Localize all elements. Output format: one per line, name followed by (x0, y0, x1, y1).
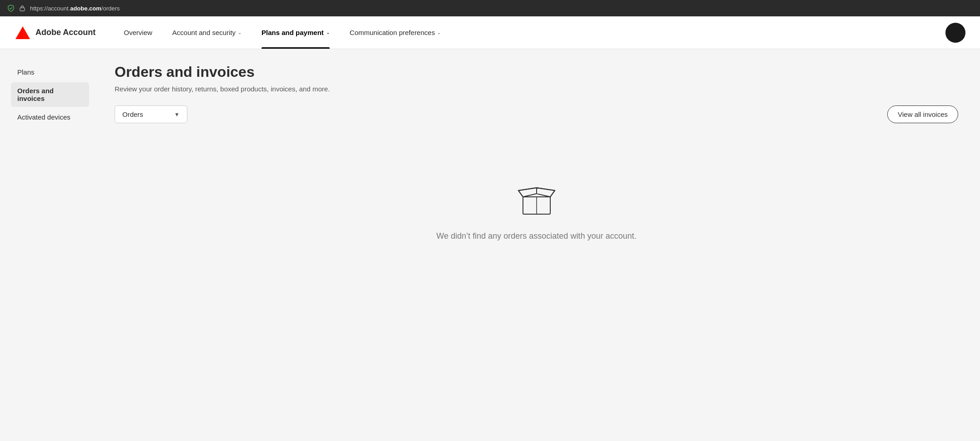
sidebar-item-orders-invoices[interactable]: Orders and invoices (11, 82, 89, 107)
top-nav: Adobe Account Overview Account and secur… (0, 16, 980, 49)
brand-name: Adobe Account (35, 28, 95, 37)
nav-item-plans-payment[interactable]: Plans and payment ⌄ (251, 16, 340, 49)
sidebar-item-activated-devices[interactable]: Activated devices (11, 109, 89, 125)
sidebar-item-plans-label: Plans (17, 68, 35, 76)
main-content: Orders and invoices Review your order hi… (100, 49, 980, 441)
controls-row: Orders ▼ View all invoices (115, 105, 958, 123)
view-all-invoices-button[interactable]: View all invoices (887, 105, 958, 123)
empty-state: We didn’t find any orders associated wit… (115, 141, 958, 259)
empty-box-icon (516, 178, 557, 219)
chevron-down-icon: ▼ (174, 111, 180, 118)
svg-rect-0 (20, 8, 25, 11)
sidebar-item-plans[interactable]: Plans (11, 64, 89, 80)
nav-item-communication[interactable]: Communication preferences ⌄ (340, 16, 451, 49)
browser-url: https://account.adobe.com/orders (30, 5, 120, 12)
nav-item-overview-label: Overview (124, 29, 152, 36)
adobe-logo-icon (15, 25, 31, 41)
page-layout: Plans Orders and invoices Activated devi… (0, 49, 980, 441)
avatar[interactable] (945, 23, 965, 43)
chevron-down-icon: ⌄ (437, 30, 441, 35)
nav-items: Overview Account and security ⌄ Plans an… (114, 16, 945, 49)
sidebar-item-activated-devices-label: Activated devices (17, 113, 70, 121)
lock-icon (19, 5, 25, 11)
sidebar-item-orders-invoices-label: Orders and invoices (17, 87, 54, 102)
filter-select[interactable]: Orders ▼ (115, 105, 187, 123)
chevron-down-icon: ⌄ (238, 30, 241, 35)
chevron-down-icon: ⌄ (326, 30, 330, 35)
page-subtitle: Review your order history, returns, boxe… (115, 85, 958, 93)
brand[interactable]: Adobe Account (15, 25, 95, 41)
shield-icon (7, 5, 15, 12)
browser-bar: https://account.adobe.com/orders (0, 0, 980, 16)
nav-item-overview[interactable]: Overview (114, 16, 162, 49)
nav-item-account-security-label: Account and security (172, 29, 236, 36)
nav-item-plans-payment-label: Plans and payment (261, 29, 324, 36)
empty-state-message: We didn’t find any orders associated wit… (437, 231, 637, 241)
nav-item-communication-label: Communication preferences (350, 29, 435, 36)
sidebar: Plans Orders and invoices Activated devi… (0, 49, 100, 441)
page-title: Orders and invoices (115, 64, 958, 80)
nav-item-account-security[interactable]: Account and security ⌄ (162, 16, 251, 49)
filter-select-label: Orders (122, 110, 143, 118)
